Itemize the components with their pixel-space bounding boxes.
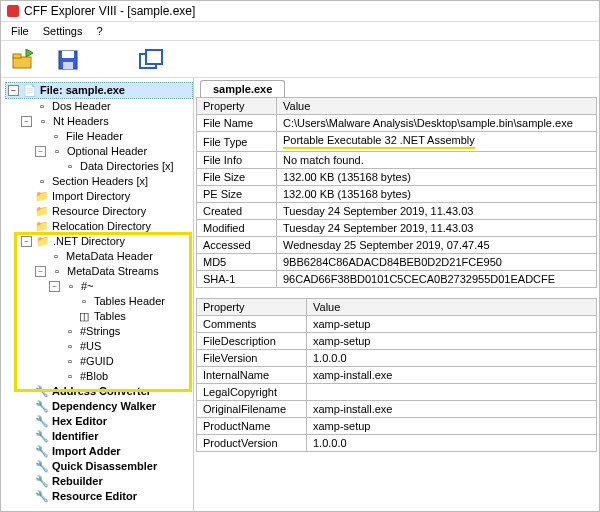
collapse-icon[interactable]: − — [35, 146, 46, 157]
app-window: CFF Explorer VIII - [sample.exe] File Se… — [0, 0, 600, 512]
tree-tables-header[interactable]: ▫Tables Header — [61, 294, 193, 309]
table-row[interactable]: File TypePortable Executable 32 .NET Ass… — [197, 132, 597, 152]
table-row[interactable]: File InfoNo match found. — [197, 152, 597, 169]
tree-file-root[interactable]: −📄File: sample.exe — [5, 82, 193, 99]
cell-value: C:\Users\Malware Analysis\Desktop\sample… — [277, 115, 597, 132]
tree-metadata-streams[interactable]: −▫MetaData Streams — [33, 264, 193, 279]
table-row[interactable]: OriginalFilenamexamp-install.exe — [197, 401, 597, 418]
col-value[interactable]: Value — [307, 299, 597, 316]
table-row[interactable]: ProductNamexamp-setup — [197, 418, 597, 435]
tree-import-adder[interactable]: 🔧Import Adder — [19, 444, 193, 459]
tree-address-converter[interactable]: 🔧Address Converter — [19, 384, 193, 399]
cell-property: ProductVersion — [197, 435, 307, 452]
tree-strings[interactable]: ▫#Strings — [47, 324, 193, 339]
tree-resource-directory[interactable]: 📁Resource Directory — [19, 204, 193, 219]
node-icon: ▫ — [63, 371, 77, 383]
cell-property: MD5 — [197, 254, 277, 271]
cell-property: File Size — [197, 169, 277, 186]
table-row[interactable]: FileVersion1.0.0.0 — [197, 350, 597, 367]
folder-icon: 📁 — [35, 206, 49, 218]
cell-value: Wednesday 25 September 2019, 07.47.45 — [277, 237, 597, 254]
cell-property: Accessed — [197, 237, 277, 254]
tree-resource-editor[interactable]: 🔧Resource Editor — [19, 489, 193, 504]
table-row[interactable]: FileDescriptionxamp-setup — [197, 333, 597, 350]
col-property[interactable]: Property — [197, 98, 277, 115]
properties-grid-2: PropertyValue Commentsxamp-setupFileDesc… — [196, 298, 597, 452]
table-row[interactable]: InternalNamexamp-install.exe — [197, 367, 597, 384]
cell-value: 132.00 KB (135168 bytes) — [277, 186, 597, 203]
tree-section-headers[interactable]: ▫Section Headers [x] — [19, 174, 193, 189]
file-icon: 📄 — [23, 85, 37, 97]
table-row[interactable]: Commentsxamp-setup — [197, 316, 597, 333]
tree-net-directory[interactable]: −📁.NET Directory — [19, 234, 193, 249]
cell-value — [307, 384, 597, 401]
menu-help[interactable]: ? — [90, 23, 108, 39]
node-icon: ▫ — [49, 131, 63, 143]
properties-grid-1: PropertyValue File NameC:\Users\Malware … — [196, 97, 597, 288]
tree-guid[interactable]: ▫#GUID — [47, 354, 193, 369]
tool-icon: 🔧 — [35, 476, 49, 488]
tree-view[interactable]: −📄File: sample.exe ▫Dos Header −▫Nt Head… — [1, 78, 193, 511]
tree-optional-header[interactable]: −▫Optional Header — [33, 144, 193, 159]
cell-property: InternalName — [197, 367, 307, 384]
windows-icon[interactable] — [137, 47, 167, 73]
table-row[interactable]: File NameC:\Users\Malware Analysis\Deskt… — [197, 115, 597, 132]
collapse-icon[interactable]: − — [8, 85, 19, 96]
table-row[interactable]: AccessedWednesday 25 September 2019, 07.… — [197, 237, 597, 254]
save-icon[interactable] — [53, 47, 83, 73]
table-row[interactable]: File Size132.00 KB (135168 bytes) — [197, 169, 597, 186]
tables-icon: ◫ — [77, 311, 91, 323]
table-row[interactable]: CreatedTuesday 24 September 2019, 11.43.… — [197, 203, 597, 220]
tree-rebuilder[interactable]: 🔧Rebuilder — [19, 474, 193, 489]
tree-identifier[interactable]: 🔧Identifier — [19, 429, 193, 444]
tree-tilde[interactable]: −▫#~ — [47, 279, 193, 294]
cell-property: Modified — [197, 220, 277, 237]
open-icon[interactable] — [9, 47, 39, 73]
right-panel: sample.exe PropertyValue File NameC:\Use… — [193, 78, 599, 511]
tree-relocation-directory[interactable]: 📁Relocation Directory — [19, 219, 193, 234]
folder-icon: 📁 — [35, 221, 49, 233]
table-row[interactable]: ProductVersion1.0.0.0 — [197, 435, 597, 452]
cell-value: xamp-setup — [307, 333, 597, 350]
svg-rect-0 — [13, 57, 31, 68]
folder-icon: 📁 — [36, 236, 50, 248]
collapse-icon[interactable]: − — [35, 266, 46, 277]
cell-property: OriginalFilename — [197, 401, 307, 418]
window-title: CFF Explorer VIII - [sample.exe] — [24, 4, 195, 18]
menu-file[interactable]: File — [5, 23, 35, 39]
tree-blob[interactable]: ▫#Blob — [47, 369, 193, 384]
tab-sample-exe[interactable]: sample.exe — [200, 80, 285, 97]
tree-us[interactable]: ▫#US — [47, 339, 193, 354]
tree-nt-headers[interactable]: −▫Nt Headers — [19, 114, 193, 129]
collapse-icon[interactable]: − — [49, 281, 60, 292]
cell-value: 1.0.0.0 — [307, 435, 597, 452]
tree-quick-disassembler[interactable]: 🔧Quick Disassembler — [19, 459, 193, 474]
collapse-icon[interactable]: − — [21, 116, 32, 127]
tab-row: sample.exe — [194, 78, 599, 97]
tool-icon: 🔧 — [35, 416, 49, 428]
table-row[interactable]: SHA-196CAD66F38BD0101C5CECA0B2732955D01E… — [197, 271, 597, 288]
collapse-icon[interactable]: − — [21, 236, 32, 247]
cell-property: Comments — [197, 316, 307, 333]
table-row[interactable]: PE Size132.00 KB (135168 bytes) — [197, 186, 597, 203]
cell-property: File Info — [197, 152, 277, 169]
cell-value: xamp-install.exe — [307, 401, 597, 418]
tree-file-header[interactable]: ▫File Header — [33, 129, 193, 144]
cell-value: xamp-setup — [307, 316, 597, 333]
table-row[interactable]: ModifiedTuesday 24 September 2019, 11.43… — [197, 220, 597, 237]
tree-import-directory[interactable]: 📁Import Directory — [19, 189, 193, 204]
tree-hex-editor[interactable]: 🔧Hex Editor — [19, 414, 193, 429]
menu-settings[interactable]: Settings — [37, 23, 89, 39]
node-icon: ▫ — [64, 281, 78, 293]
table-row[interactable]: MD59BB6284C86ADACD84BEB0D2D21FCE950 — [197, 254, 597, 271]
table-row[interactable]: LegalCopyright — [197, 384, 597, 401]
tree-dos-header[interactable]: ▫Dos Header — [19, 99, 193, 114]
tree-tables[interactable]: ◫Tables — [61, 309, 193, 324]
col-value[interactable]: Value — [277, 98, 597, 115]
cell-property: ProductName — [197, 418, 307, 435]
tree-dependency-walker[interactable]: 🔧Dependency Walker — [19, 399, 193, 414]
cell-property: FileDescription — [197, 333, 307, 350]
tree-metadata-header[interactable]: ▫MetaData Header — [33, 249, 193, 264]
tree-data-directories[interactable]: ▫Data Directories [x] — [47, 159, 193, 174]
col-property[interactable]: Property — [197, 299, 307, 316]
